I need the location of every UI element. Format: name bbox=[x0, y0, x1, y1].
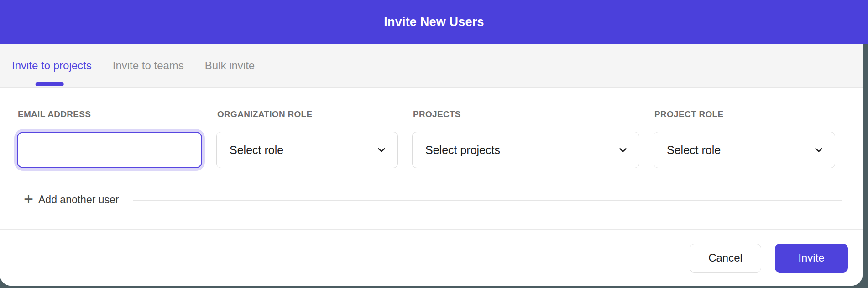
project-role-select[interactable]: Select role bbox=[654, 132, 835, 168]
email-input[interactable] bbox=[17, 132, 202, 168]
tab-label: Invite to projects bbox=[12, 59, 92, 72]
form-fields-row: EMAIL ADDRESS ORGANIZATION ROLE Select r… bbox=[17, 109, 863, 168]
add-another-user-label: Add another user bbox=[38, 194, 119, 206]
cancel-button[interactable]: Cancel bbox=[690, 244, 761, 273]
organization-role-label: ORGANIZATION ROLE bbox=[217, 109, 398, 119]
chevron-down-icon bbox=[376, 144, 387, 156]
plus-icon: + bbox=[24, 193, 33, 206]
divider-line bbox=[133, 200, 842, 201]
project-role-field-group: PROJECT ROLE Select role bbox=[654, 109, 835, 168]
projects-field-group: PROJECTS Select projects bbox=[412, 109, 639, 168]
email-address-label: EMAIL ADDRESS bbox=[18, 109, 202, 119]
project-role-label: PROJECT ROLE bbox=[654, 109, 835, 119]
invite-button[interactable]: Invite bbox=[775, 244, 848, 273]
add-another-user-button[interactable]: + Add another user bbox=[24, 194, 119, 207]
active-tab-underline bbox=[36, 82, 64, 86]
tab-label: Invite to teams bbox=[113, 59, 184, 72]
tab-bulk-invite[interactable]: Bulk invite bbox=[205, 44, 255, 87]
tab-bar: Invite to projects Invite to teams Bulk … bbox=[0, 44, 863, 88]
projects-label: PROJECTS bbox=[413, 109, 639, 119]
projects-value: Select projects bbox=[425, 144, 500, 157]
invite-modal: Invite to projects Invite to teams Bulk … bbox=[0, 44, 863, 286]
modal-title: Invite New Users bbox=[384, 15, 484, 29]
tab-label: Bulk invite bbox=[205, 59, 255, 72]
chevron-down-icon bbox=[617, 144, 629, 156]
invite-form: EMAIL ADDRESS ORGANIZATION ROLE Select r… bbox=[0, 88, 863, 229]
projects-select[interactable]: Select projects bbox=[412, 132, 639, 168]
modal-footer: Cancel Invite bbox=[0, 229, 863, 286]
organization-role-select[interactable]: Select role bbox=[216, 132, 398, 168]
project-role-value: Select role bbox=[667, 144, 721, 157]
screen: Invite New Users Invite to projects Invi… bbox=[0, 0, 868, 288]
organization-role-field-group: ORGANIZATION ROLE Select role bbox=[216, 109, 398, 168]
add-user-row: + Add another user bbox=[17, 191, 863, 209]
email-field-group: EMAIL ADDRESS bbox=[17, 109, 202, 168]
tab-invite-to-projects[interactable]: Invite to projects bbox=[12, 44, 92, 87]
organization-role-value: Select role bbox=[230, 144, 283, 157]
chevron-down-icon bbox=[813, 144, 825, 156]
modal-header: Invite New Users bbox=[0, 0, 868, 44]
tab-invite-to-teams[interactable]: Invite to teams bbox=[113, 44, 184, 87]
